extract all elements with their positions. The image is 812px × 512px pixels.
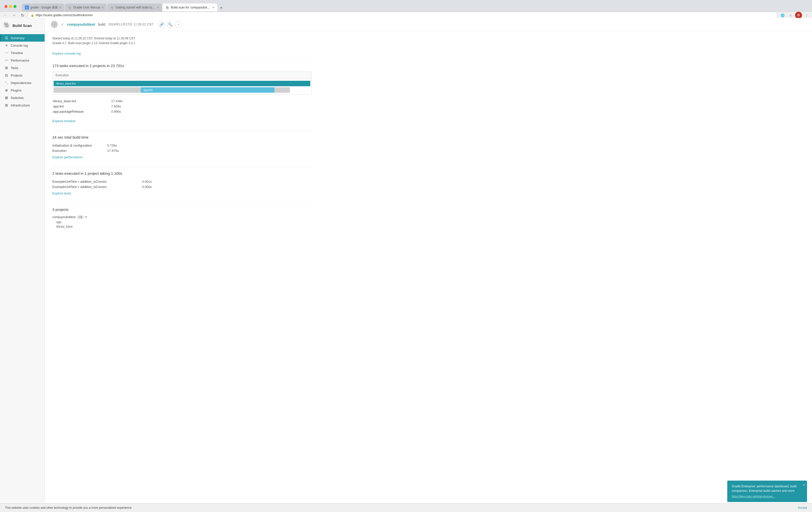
url-text: https://scans.gradle.com/s/z3vulfmoksmnm	[36, 13, 93, 17]
tab-2[interactable]: 🐘 Gradle User Manual ×	[65, 3, 107, 11]
gradle-logo: 🐘	[3, 22, 10, 29]
meta-line2: Gradle 4.7, Build scan plugin 1.13, Andr…	[52, 41, 312, 46]
sidebar-label-infrastructure: Infrastructure	[11, 104, 30, 107]
link-action-button[interactable]: 🔗	[158, 21, 165, 28]
sidebar: 🐘 Build Scan ☰ Summary ≡ Console log ⋯ T…	[0, 18, 45, 512]
explore-console-link[interactable]: Explore console log	[52, 52, 81, 55]
cookie-accept-button[interactable]: Accept	[798, 506, 807, 510]
test-list: ExampleUnitTest » addition_isCorrect 0.0…	[52, 179, 312, 190]
menu-button[interactable]: ⋮	[803, 12, 810, 19]
infrastructure-icon: ⊞	[4, 103, 9, 107]
test-time-2: 0.000s	[142, 185, 152, 189]
explore-tests-link[interactable]: Explore tests	[52, 192, 71, 195]
projects-section-title: 3 projects	[52, 207, 312, 211]
enterprise-toast: × Gradle Enterprise: performance dashboa…	[727, 481, 807, 502]
app-container: 🐘 Build Scan ☰ Summary ≡ Console log ⋯ T…	[0, 18, 812, 512]
tab-4[interactable]: 🐘 Build scan for 'comjuyoufulites... ×	[163, 3, 217, 11]
task-name-1: :library_base:lint	[52, 99, 107, 103]
address-bar[interactable]: 🔒 https://scans.gradle.com/s/z3vulfmoksm…	[27, 12, 778, 19]
forward-button[interactable]: →	[10, 12, 18, 19]
task-row-3: :app:packageRelease 0.990s	[52, 109, 312, 114]
explore-performance-link[interactable]: Explore performance	[52, 155, 83, 159]
translate-button[interactable]: 🌐	[779, 12, 786, 19]
bar-app[interactable]: :app:lint	[141, 87, 274, 93]
back-button[interactable]: ←	[2, 12, 9, 19]
chart-bars: :library_base:lint :app:lint	[53, 79, 311, 94]
sidebar-label-performance: Performance	[11, 59, 29, 62]
switches-icon: ⊠	[4, 96, 9, 100]
task-row-1: :library_base:lint 17.438s	[52, 98, 312, 104]
task-row-2: :app:lint 7.928s	[52, 104, 312, 109]
build-task: build	[98, 23, 106, 26]
sidebar-item-performance[interactable]: 〰 Performance	[0, 57, 45, 64]
browser-chrome: G gradle - Google 搜索 × 🐘 Gradle User Man…	[0, 0, 812, 18]
tab-close-3[interactable]: ×	[157, 5, 159, 9]
tab-favicon-2: 🐘	[68, 5, 72, 9]
performance-icon: 〰	[4, 58, 9, 62]
bookmark-button[interactable]: ☆	[787, 12, 794, 19]
traffic-lights	[2, 3, 19, 10]
sidebar-item-plugins[interactable]: ⊕ Plugins	[0, 86, 45, 94]
tab-1[interactable]: G gradle - Google 搜索 ×	[22, 3, 64, 11]
tab-title-2: Gradle User Manual	[73, 6, 100, 9]
bar-library[interactable]: :library_base:lint	[54, 81, 310, 86]
tab-close-2[interactable]: ×	[102, 5, 104, 9]
tasks-section-title: 173 tasks executed in 2 projects in 23.7…	[52, 63, 312, 68]
tasks-section: 173 tasks executed in 2 projects in 23.7…	[52, 63, 312, 123]
project-badge: +2	[77, 216, 84, 219]
bar-app-gray-suffix	[274, 87, 290, 93]
enterprise-toast-link[interactable]: https://blog.csdn.net/shayubuhuie...	[732, 495, 775, 498]
build-time-title: 24 sec total build time	[52, 135, 312, 139]
cookie-banner-text: This website uses cookies and other tech…	[5, 506, 795, 510]
sidebar-item-dependencies[interactable]: ⋱ Dependencies	[0, 79, 45, 86]
tab-3[interactable]: 🐘 Getting started with build sca... ×	[107, 3, 162, 11]
minimize-traffic-light[interactable]	[9, 5, 12, 8]
tab-title-3: Getting started with build sca...	[116, 6, 155, 9]
build-header-actions: 🔗 🔍 −	[158, 21, 182, 28]
sidebar-label-switches: Switches	[11, 96, 24, 100]
sidebar-label-projects: Projects	[11, 74, 23, 77]
sidebar-item-console-log[interactable]: ≡ Console log	[0, 41, 45, 49]
close-traffic-light[interactable]	[4, 5, 7, 8]
explore-timeline-link[interactable]: Explore timeline	[52, 119, 76, 123]
build-project-name: comjuyoufulitest	[67, 23, 95, 26]
task-list: :library_base:lint 17.438s :app:lint 7.9…	[52, 98, 312, 114]
sidebar-item-tests[interactable]: ⊞ Tests	[0, 64, 45, 72]
search-action-button[interactable]: 🔍	[167, 21, 173, 28]
sidebar-item-projects[interactable]: ⊟ Projects	[0, 72, 45, 79]
sidebar-item-infrastructure[interactable]: ⊞ Infrastructure	[0, 102, 45, 109]
chart-bar-row-1: :library_base:lint	[53, 80, 311, 87]
execution-chart: Execution :library_base:lint :ap	[52, 71, 312, 94]
enterprise-toast-close[interactable]: ×	[803, 482, 805, 488]
sidebar-label-plugins: Plugins	[11, 88, 22, 92]
task-time-2: 7.928s	[111, 105, 121, 108]
browser-toolbar: ← → ↻ 🔒 https://scans.gradle.com/s/z3vul…	[0, 11, 812, 19]
sidebar-label-console-log: Console log	[11, 44, 28, 47]
timeline-icon: ⋯	[4, 51, 9, 55]
main-content: i ✓ comjuyoufulitest build 2018年11月27日 1…	[45, 18, 812, 512]
test-row-2: ExampleUnitTest » addition_isCorrect 0.0…	[52, 184, 312, 190]
task-name-3: :app:packageRelease	[52, 110, 107, 113]
bt-label-2: Execution	[52, 149, 107, 152]
sidebar-item-timeline[interactable]: ⋯ Timeline	[0, 49, 45, 57]
build-success-icon: ✓	[61, 22, 64, 27]
chart-bar-row-2: :app:lint	[53, 87, 311, 93]
build-time-section: 24 sec total build time Initialization &…	[52, 135, 312, 159]
fullscreen-traffic-light[interactable]	[13, 5, 17, 8]
tab-favicon-3: 🐘	[110, 5, 114, 9]
content-area: Started today at 11:26:22 CST, finished …	[45, 31, 319, 242]
tab-close-4[interactable]: ×	[212, 5, 214, 9]
meta-info: Started today at 11:26:22 CST, finished …	[52, 36, 312, 46]
new-tab-button[interactable]: +	[218, 4, 225, 11]
reload-button[interactable]: ↻	[19, 12, 26, 19]
cookie-banner: This website uses cookies and other tech…	[0, 503, 812, 512]
user-avatar[interactable]: D	[795, 12, 802, 19]
tab-close-1[interactable]: ×	[59, 5, 61, 9]
toolbar-actions: 🌐 ☆ D ⋮	[779, 12, 810, 19]
task-time-1: 17.438s	[111, 99, 123, 103]
project-expand-icon[interactable]: ▾	[85, 215, 87, 219]
sidebar-item-summary[interactable]: ☰ Summary	[0, 34, 45, 41]
minus-action-button[interactable]: −	[175, 21, 182, 28]
sidebar-label-tests: Tests	[11, 66, 18, 70]
sidebar-item-switches[interactable]: ⊠ Switches	[0, 94, 45, 102]
